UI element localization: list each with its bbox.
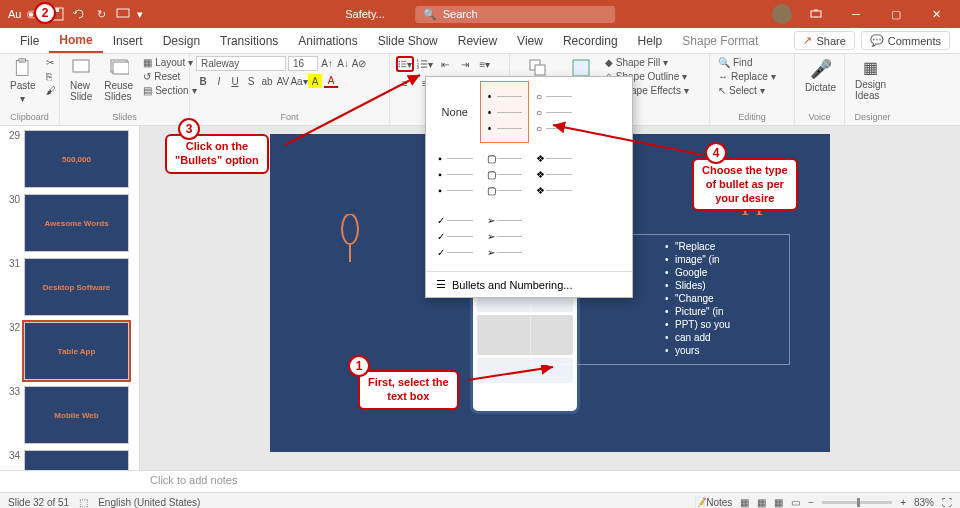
view-reading-button[interactable]: ▦: [774, 497, 783, 508]
thumbnail-panel[interactable]: 29500,00030Awesome Words31Desktop Softwa…: [0, 126, 140, 470]
overflow-icon[interactable]: ▾: [137, 8, 143, 21]
tab-slideshow[interactable]: Slide Show: [368, 30, 448, 52]
search-placeholder: Search: [443, 8, 478, 20]
bold-button[interactable]: B: [196, 74, 210, 88]
thumbnail-31[interactable]: 31Desktop Software: [4, 258, 135, 316]
bullets-and-numbering-link[interactable]: ☰ Bullets and Numbering...: [426, 271, 632, 297]
designer-group-label: Designer: [851, 112, 894, 123]
strike-button[interactable]: S: [244, 74, 258, 88]
user-avatar[interactable]: [772, 4, 792, 24]
increase-indent-button[interactable]: ⇥: [456, 56, 474, 72]
list-icon: ☰: [436, 278, 446, 291]
copy-button[interactable]: ⎘: [44, 70, 58, 83]
tab-recording[interactable]: Recording: [553, 30, 628, 52]
find-button[interactable]: 🔍Find: [716, 56, 778, 69]
zoom-out-button[interactable]: −: [808, 497, 814, 508]
present-icon[interactable]: [115, 6, 131, 22]
thumbnail-30[interactable]: 30Awesome Words: [4, 194, 135, 252]
decrease-font-button[interactable]: A↓: [336, 57, 350, 71]
fit-to-window-button[interactable]: ⛶: [942, 497, 952, 508]
document-title[interactable]: Safety...: [345, 8, 385, 20]
accessibility-icon[interactable]: ⬚: [79, 497, 88, 508]
bullet-option-hollow-square[interactable]: ▢ ▢ ▢: [480, 143, 530, 205]
bullet-option-check[interactable]: ✓ ✓ ✓: [430, 205, 480, 267]
bullet-option-square[interactable]: ▪ ▪ ▪: [430, 143, 480, 205]
dictate-button[interactable]: 🎤 Dictate: [801, 56, 840, 95]
cut-button[interactable]: ✂: [44, 56, 58, 69]
tab-home[interactable]: Home: [49, 29, 102, 53]
tab-design[interactable]: Design: [153, 30, 210, 52]
tab-review[interactable]: Review: [448, 30, 507, 52]
notes-area[interactable]: Click to add notes: [0, 470, 960, 492]
share-button[interactable]: ↗Share: [794, 31, 854, 50]
view-sorter-button[interactable]: ▦: [757, 497, 766, 508]
paste-button[interactable]: Paste▾: [6, 56, 40, 106]
italic-button[interactable]: I: [212, 74, 226, 88]
tab-help[interactable]: Help: [628, 30, 673, 52]
status-bar: Slide 32 of 51 ⬚ English (United States)…: [0, 492, 960, 508]
bullet-option-circle[interactable]: ○ ○ ○: [529, 81, 579, 143]
minimize-icon[interactable]: ─: [840, 0, 872, 28]
highlight-button[interactable]: A: [308, 74, 322, 88]
callout-3: Click on the "Bullets" option: [165, 134, 269, 174]
close-icon[interactable]: ✕: [920, 0, 952, 28]
shape-fill-button[interactable]: ◆Shape Fill▾: [603, 56, 691, 69]
tab-animations[interactable]: Animations: [288, 30, 367, 52]
tab-transitions[interactable]: Transitions: [210, 30, 288, 52]
line-spacing-button[interactable]: ≡▾: [476, 56, 494, 72]
design-ideas-button[interactable]: ▦ Design Ideas: [851, 56, 890, 103]
search-icon: 🔍: [423, 8, 437, 21]
callout-num-2: 2: [34, 2, 56, 24]
new-slide-button[interactable]: New Slide: [66, 56, 96, 104]
bullet-option-none[interactable]: None: [430, 81, 480, 143]
view-slideshow-button[interactable]: ▭: [791, 497, 800, 508]
tab-file[interactable]: File: [10, 30, 49, 52]
notes-placeholder: Click to add notes: [150, 474, 237, 486]
tab-insert[interactable]: Insert: [103, 30, 153, 52]
bullet-option-arrow[interactable]: ➢ ➢ ➢: [480, 205, 530, 267]
format-painter-button[interactable]: 🖌: [44, 84, 58, 97]
zoom-in-button[interactable]: +: [900, 497, 906, 508]
svg-rect-6: [16, 61, 28, 76]
underline-button[interactable]: U: [228, 74, 242, 88]
change-case-button[interactable]: Aa▾: [292, 74, 306, 88]
bullet-option-star[interactable]: ❖ ❖ ❖: [529, 143, 579, 205]
bullets-button[interactable]: ▾: [396, 56, 414, 72]
comments-button[interactable]: 💬Comments: [861, 31, 950, 50]
replace-button[interactable]: ↔Replace▾: [716, 70, 778, 83]
tab-shape-format[interactable]: Shape Format: [672, 30, 768, 52]
zoom-level[interactable]: 83%: [914, 497, 934, 508]
shadow-button[interactable]: ab: [260, 74, 274, 88]
redo-icon[interactable]: ↻: [93, 6, 109, 22]
increase-font-button[interactable]: A↑: [320, 57, 334, 71]
undo-icon[interactable]: [71, 6, 87, 22]
language-indicator[interactable]: English (United States): [98, 497, 200, 508]
clear-formatting-button[interactable]: A⊘: [352, 57, 366, 71]
char-spacing-button[interactable]: AV: [276, 74, 290, 88]
thumbnail-33[interactable]: 33Mobile Web: [4, 386, 135, 444]
thumbnail-34[interactable]: 34: [4, 450, 135, 470]
align-left-button[interactable]: ≡: [396, 75, 414, 91]
tab-view[interactable]: View: [507, 30, 553, 52]
select-button[interactable]: ↖Select▾: [716, 84, 778, 97]
brush-icon: 🖌: [46, 85, 56, 96]
layout-icon: ▦: [143, 57, 152, 68]
numbering-button[interactable]: 123▾: [416, 56, 434, 72]
thumbnail-29[interactable]: 29500,000: [4, 130, 135, 188]
font-size-select[interactable]: 16: [288, 56, 318, 71]
view-normal-button[interactable]: ▦: [740, 497, 749, 508]
search-box[interactable]: 🔍 Search: [415, 6, 615, 23]
notes-toggle[interactable]: 📝Notes: [694, 497, 732, 508]
reuse-slides-button[interactable]: Reuse Slides: [100, 56, 137, 104]
zoom-slider[interactable]: [822, 501, 892, 504]
slide-counter[interactable]: Slide 32 of 51: [8, 497, 69, 508]
font-group-label: Font: [196, 112, 383, 123]
maximize-icon[interactable]: ▢: [880, 0, 912, 28]
decrease-indent-button[interactable]: ⇤: [436, 56, 454, 72]
thumbnail-32[interactable]: 32Table App: [4, 322, 135, 380]
bullet-option-disc[interactable]: • • •: [480, 81, 530, 143]
font-family-select[interactable]: Raleway: [196, 56, 286, 71]
font-color-button[interactable]: A: [324, 74, 338, 88]
ribbon-options-icon[interactable]: [800, 0, 832, 28]
svg-point-15: [399, 66, 400, 67]
